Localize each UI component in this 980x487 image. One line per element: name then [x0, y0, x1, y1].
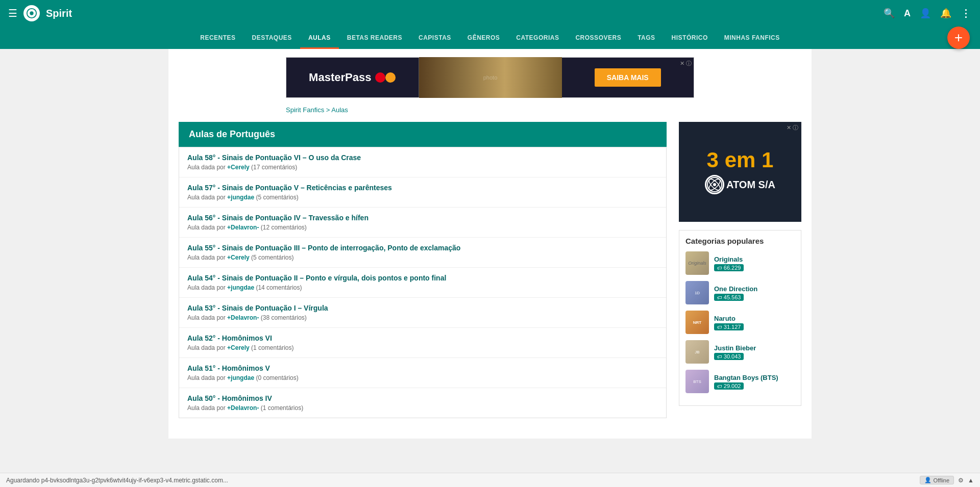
- popular-title: Categorias populares: [685, 237, 795, 245]
- ad-atom-circle: [705, 175, 724, 194]
- category-item-naruto[interactable]: NRT Naruto 31.127: [685, 311, 795, 334]
- hamburger-icon[interactable]: ☰: [8, 7, 17, 19]
- category-thumb-originals: Originals: [685, 251, 709, 275]
- category-item-bts[interactable]: BTS Bangtan Boys (BTS) 29.002: [685, 370, 795, 393]
- teacher-link[interactable]: +jungdae: [227, 194, 254, 201]
- lesson-title-link[interactable]: Aula 57° - Sinais de Pontuação V – Retic…: [187, 184, 392, 192]
- lesson-meta: Aula dada por +jungdae (14 comentários): [187, 284, 658, 291]
- nav-capistas[interactable]: CAPISTAS: [410, 27, 459, 49]
- category-name[interactable]: Bangtan Boys (BTS): [714, 374, 795, 381]
- teacher-link[interactable]: +Delavron-: [227, 224, 259, 231]
- category-name[interactable]: Naruto: [714, 315, 795, 322]
- ad-banner-left: MasterPass: [286, 58, 419, 97]
- category-badge: 45.563: [714, 294, 744, 301]
- category-item-1d[interactable]: 1D One Direction 45.563: [685, 281, 795, 304]
- category-info-bts: Bangtan Boys (BTS) 29.002: [714, 374, 795, 390]
- teacher-link[interactable]: +Delavron-: [227, 404, 259, 412]
- lesson-item: Aula 50° - Homônimos IV Aula dada por +D…: [179, 388, 666, 418]
- category-item-jb[interactable]: JB Justin Bieber 30.043: [685, 340, 795, 364]
- nav-historico[interactable]: HISTÓRICO: [664, 27, 716, 49]
- ad-close-icon[interactable]: ✕ ⓘ: [680, 60, 692, 67]
- saiba-mais-button[interactable]: SAIBA MAIS: [595, 68, 661, 87]
- notification-icon[interactable]: 🔔: [940, 8, 951, 19]
- comment-count: 1 comentários: [253, 344, 291, 351]
- lesson-title-link[interactable]: Aula 51° - Homônimos V: [187, 364, 270, 372]
- category-name[interactable]: One Direction: [714, 285, 795, 293]
- lesson-meta: Aula dada por +Cerely (17 comentários): [187, 164, 658, 171]
- category-info-jb: Justin Bieber 30.043: [714, 344, 795, 360]
- nav-generos[interactable]: GÊNEROS: [459, 27, 508, 49]
- nav-minhas[interactable]: MINHAS FANFICS: [716, 27, 788, 49]
- lesson-meta: Aula dada por +jungdae (5 comentários): [187, 194, 658, 201]
- lesson-title-link[interactable]: Aula 50° - Homônimos IV: [187, 394, 272, 402]
- category-info-naruto: Naruto 31.127: [714, 315, 795, 330]
- masterpass-logo: MasterPass: [309, 71, 396, 84]
- category-thumb-jb: JB: [685, 340, 709, 364]
- lesson-title-link[interactable]: Aula 52° - Homônimos VI: [187, 334, 272, 342]
- lesson-meta: Aula dada por +Cerely (1 comentários): [187, 344, 658, 351]
- teacher-link[interactable]: +jungdae: [227, 374, 254, 381]
- category-badge: 31.127: [714, 323, 744, 330]
- teacher-link[interactable]: +Cerely: [227, 344, 250, 351]
- create-button[interactable]: +: [947, 27, 970, 49]
- popular-categories: Categorias populares Originals Originals…: [679, 230, 801, 406]
- nav-categorias[interactable]: CATEGORIAS: [508, 27, 567, 49]
- right-column: 3 em 1 ATOM S/A ✕ ⓘ: [679, 122, 801, 418]
- teacher-link[interactable]: +jungdae: [227, 284, 254, 291]
- lesson-list: Aula 58° - Sinais de Pontuação VI – O us…: [179, 147, 667, 418]
- section-header: Aulas de Português: [179, 122, 667, 147]
- category-name[interactable]: Originals: [714, 255, 795, 263]
- comment-count: 0 comentários: [258, 374, 296, 381]
- ad-banner: MasterPass photo SAIBA MAIS ✕ ⓘ: [286, 57, 694, 98]
- logo[interactable]: [23, 5, 40, 21]
- masterpass-text-label: MasterPass: [309, 71, 371, 84]
- lesson-title-link[interactable]: Aula 58° - Sinais de Pontuação VI – O us…: [187, 153, 361, 162]
- breadcrumb-current: Aulas: [331, 106, 348, 114]
- left-column: Aulas de Português Aula 58° - Sinais de …: [179, 122, 667, 418]
- lesson-meta: Aula dada por +Delavron- (12 comentários…: [187, 224, 658, 231]
- font-icon[interactable]: A: [904, 8, 911, 19]
- teacher-link[interactable]: +Delavron-: [227, 314, 259, 321]
- section-title: Aulas de Português: [189, 129, 275, 139]
- svg-point-1: [30, 11, 33, 15]
- breadcrumb-separator: >: [326, 106, 332, 114]
- top-navbar: ☰ Spirit 🔍 A 👤 🔔 ⋮: [0, 0, 980, 27]
- user-icon[interactable]: 👤: [920, 8, 931, 19]
- comment-count: 5 comentários: [253, 254, 291, 261]
- category-item-originals[interactable]: Originals Originals 66.229: [685, 251, 795, 275]
- ad-banner-image: photo: [419, 57, 562, 98]
- search-icon[interactable]: 🔍: [884, 8, 895, 19]
- comment-count: 5 comentários: [258, 194, 296, 201]
- breadcrumb: Spirit Fanfics > Aulas: [286, 106, 694, 114]
- category-info-1d: One Direction 45.563: [714, 285, 795, 301]
- lesson-title-link[interactable]: Aula 56° - Sinais de Pontuação IV – Trav…: [187, 214, 369, 222]
- nav-recentes[interactable]: RECENTES: [192, 27, 243, 49]
- lesson-item: Aula 56° - Sinais de Pontuação IV – Trav…: [179, 208, 666, 238]
- nav-aulas[interactable]: AULAS: [300, 27, 339, 49]
- more-icon[interactable]: ⋮: [961, 7, 972, 19]
- ad-banner-right[interactable]: SAIBA MAIS: [562, 58, 694, 97]
- breadcrumb-home[interactable]: Spirit Fanfics: [286, 106, 324, 114]
- nav-crossovers[interactable]: CROSSOVERS: [567, 27, 629, 49]
- nav-betas[interactable]: BETAS READERS: [339, 27, 410, 49]
- teacher-link[interactable]: +Cerely: [227, 254, 250, 261]
- ad-banner-wrap: MasterPass photo SAIBA MAIS ✕ ⓘ: [179, 57, 801, 98]
- nav-tags[interactable]: TAGS: [629, 27, 663, 49]
- lesson-title-link[interactable]: Aula 54° - Sinais de Pontuação II – Pont…: [187, 274, 446, 282]
- teacher-link[interactable]: +Cerely: [227, 164, 250, 171]
- lesson-title-link[interactable]: Aula 53° - Sinais de Pontuação I – Vírgu…: [187, 304, 328, 312]
- ad-3em1-text: 3 em 1: [707, 149, 774, 171]
- category-thumb-bts: BTS: [685, 370, 709, 393]
- comment-count: 17 comentários: [253, 164, 295, 171]
- masterpass-dot-orange: [385, 72, 396, 83]
- category-thumb-1d: 1D: [685, 281, 709, 304]
- lesson-meta: Aula dada por +Delavron- (38 comentários…: [187, 314, 658, 321]
- lesson-title-link[interactable]: Aula 55° - Sinais de Pontuação III – Pon…: [187, 244, 460, 252]
- svg-point-5: [713, 183, 716, 186]
- nav-destaques[interactable]: DESTAQUES: [244, 27, 300, 49]
- category-badge: 29.002: [714, 382, 744, 390]
- site-title: Spirit: [46, 8, 72, 19]
- ad-image-placeholder: photo: [483, 74, 498, 81]
- ad-close-right-icon[interactable]: ✕ ⓘ: [787, 124, 798, 132]
- category-name[interactable]: Justin Bieber: [714, 344, 795, 352]
